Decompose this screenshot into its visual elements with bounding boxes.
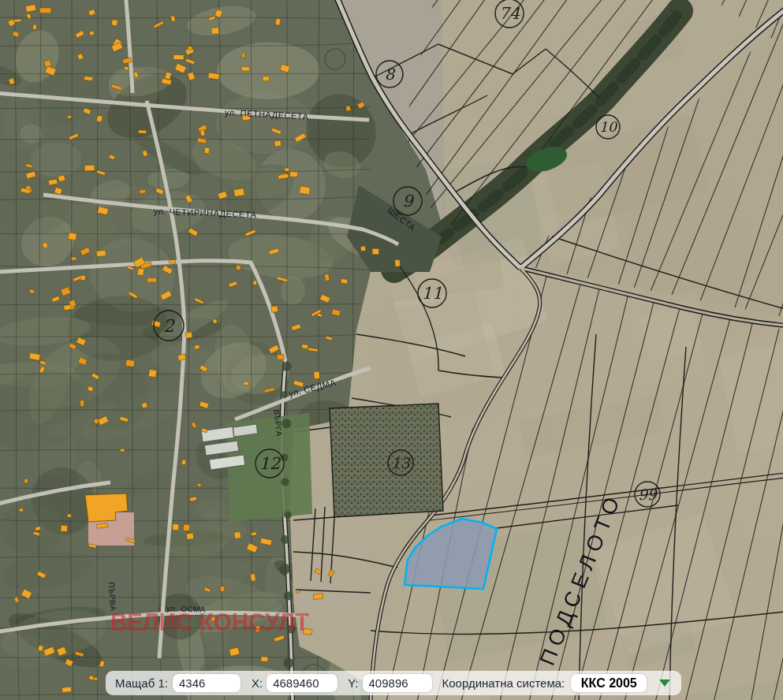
svg-text:2: 2	[163, 316, 175, 336]
svg-text:8: 8	[385, 65, 396, 84]
y-label: Y:	[348, 676, 358, 690]
crs-select[interactable]: ККС 2005	[571, 674, 647, 692]
svg-text:9: 9	[402, 192, 414, 210]
svg-text:11: 11	[422, 284, 442, 303]
watermark: ВЕЛИС КОНСУЛТ	[110, 608, 309, 636]
scale-input[interactable]	[173, 674, 240, 692]
scale-label: Мащаб 1:	[115, 676, 168, 690]
y-coordinate-input[interactable]	[363, 674, 432, 692]
map-canvas: 748109112121399 ул. ПЕТНАДЕСЕТАул. ЧЕТИР…	[0, 0, 783, 700]
crs-value: ККС 2005	[581, 676, 637, 691]
cemetery-parcel	[330, 404, 443, 517]
crs-label: Координатна система:	[442, 676, 565, 690]
svg-text:99: 99	[638, 486, 658, 503]
x-label: X:	[252, 676, 263, 690]
svg-text:74: 74	[499, 4, 520, 23]
svg-text:12: 12	[259, 454, 282, 473]
svg-text:10: 10	[599, 119, 618, 135]
map-toolbar: Мащаб 1: X: Y: Координатна система: ККС …	[106, 671, 681, 695]
crs-dropdown-arrow[interactable]	[659, 680, 670, 687]
map-viewport[interactable]: 748109112121399 ул. ПЕТНАДЕСЕТАул. ЧЕТИР…	[0, 0, 783, 700]
svg-text:13: 13	[391, 455, 411, 471]
field-patch	[290, 505, 371, 624]
x-coordinate-input[interactable]	[267, 674, 337, 692]
